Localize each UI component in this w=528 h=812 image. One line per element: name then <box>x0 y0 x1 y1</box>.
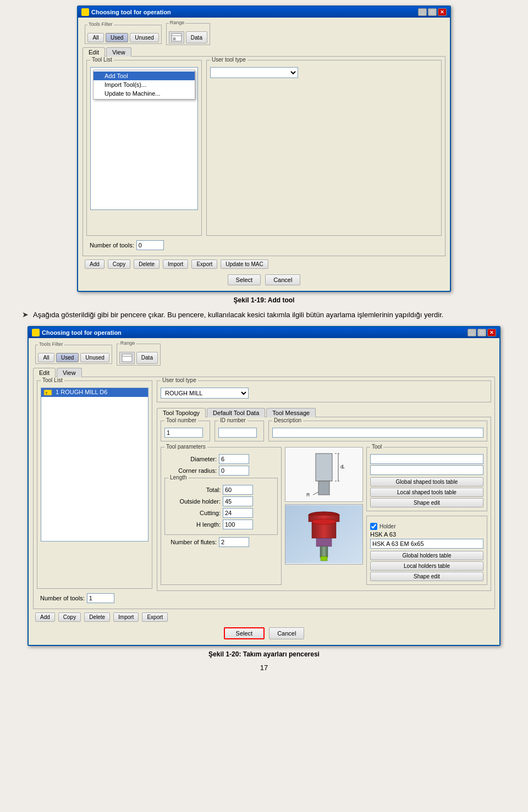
cutting-label: Cutting: <box>168 510 221 516</box>
total-row: Total: <box>168 485 274 495</box>
d2-num-tools-input[interactable] <box>87 593 114 603</box>
dialog2-controls: _ □ ✕ <box>468 329 496 336</box>
caption2: Şekil 1-20: Takım ayarları penceresi <box>11 650 517 658</box>
d2-btn-copy[interactable]: Copy <box>58 612 81 622</box>
tool-input-2[interactable] <box>370 465 483 475</box>
page-number: 17 <box>11 664 517 672</box>
tool-section-legend: Tool <box>370 444 383 450</box>
d2-tab-view[interactable]: View <box>57 368 82 377</box>
dialog2-titlebar: Choosing tool for operation _ □ ✕ <box>29 327 499 338</box>
btn-all[interactable]: All <box>87 33 104 42</box>
tool-listbox[interactable]: Add Tool Import Tool(s)... Update to Mac… <box>90 67 198 210</box>
user-tool-type-select[interactable] <box>210 67 298 78</box>
num-tools-input[interactable]: 0 <box>136 240 164 250</box>
btn-shape-edit-2[interactable]: Shape edit <box>370 572 483 581</box>
dialog1-restore[interactable]: □ <box>428 8 437 16</box>
dialog1-title: Choosing tool for operation <box>91 9 171 15</box>
dialog2-minimize[interactable]: _ <box>468 329 476 336</box>
d2-btn-select[interactable]: Select <box>224 627 265 639</box>
d2-btn-cancel[interactable]: Cancel <box>269 627 304 639</box>
tool-params-legend: Tool parameters <box>164 444 207 450</box>
d2-btn-export[interactable]: Export <box>142 612 168 622</box>
svg-rect-7 <box>316 454 332 481</box>
d2-tool-item[interactable]: T 1 ROUGH MILL D6 <box>41 388 148 397</box>
dialog1-content-row: Tool List Add Tool Import Tool(s)... Upd… <box>86 60 442 238</box>
holder-fieldset: Holder HSK A 63 Global holders table Loc… <box>366 516 487 585</box>
btn-local-shaped[interactable]: Local shaped tools table <box>370 488 483 497</box>
d2-tab-edit[interactable]: Edit <box>33 368 56 377</box>
id-number-input[interactable] <box>218 428 257 438</box>
outside-input[interactable] <box>223 496 253 506</box>
ctx-add-tool[interactable]: Add Tool <box>94 71 195 80</box>
corner-radius-input[interactable] <box>219 466 249 476</box>
btn-copy[interactable]: Copy <box>108 259 130 269</box>
svg-text:L: L <box>342 464 345 469</box>
d2-tab-message[interactable]: Tool Message <box>266 408 316 417</box>
d2-topology-content: Tool number ID number Desc <box>157 417 491 591</box>
btn-import[interactable]: Import <box>163 259 188 269</box>
d2-btn-import[interactable]: Import <box>113 612 139 622</box>
diameter-input[interactable] <box>219 454 249 464</box>
tools-filter-label: Tools Filter <box>87 21 114 27</box>
tab-edit[interactable]: Edit <box>82 47 105 57</box>
svg-line-13 <box>313 492 318 495</box>
description-input[interactable] <box>272 428 483 438</box>
btn-export[interactable]: Export <box>191 259 217 269</box>
range-icon-btn[interactable]: ⊞ <box>169 31 184 43</box>
dialog1-footer: Add Copy Delete Import Export Update to … <box>81 256 447 272</box>
holder-checkbox[interactable] <box>370 523 377 530</box>
length-legend: Length <box>168 474 189 480</box>
d2-btn-all[interactable]: All <box>38 353 54 362</box>
dialog2-restore[interactable]: □ <box>477 329 486 336</box>
d2-tool-listbox[interactable]: T 1 ROUGH MILL D6 <box>41 388 148 542</box>
btn-shape-edit-1[interactable]: Shape edit <box>370 498 483 507</box>
h-length-row: H length: <box>168 520 274 529</box>
tool-params-fieldset: Tool parameters Diameter: Corner radius: <box>161 447 282 585</box>
dialog2-footer: Add Copy Delete Import Export <box>32 609 496 625</box>
tool-input-1[interactable] <box>370 454 483 464</box>
dialog1-minimize[interactable]: _ <box>418 8 427 16</box>
btn-local-holders[interactable]: Local holders table <box>370 561 483 571</box>
flutes-row: Number of flutes: <box>164 537 278 547</box>
dialog2-close[interactable]: ✕ <box>487 329 496 336</box>
d2-content-row: Tool List T 1 ROUGH MILL D6 <box>37 380 491 591</box>
dialog1-tabs: Edit View <box>82 47 446 57</box>
btn-select-1[interactable]: Select <box>228 274 261 285</box>
svg-text:R: R <box>306 492 310 498</box>
dialog1-close[interactable]: ✕ <box>438 8 447 16</box>
ctx-import[interactable]: Import Tool(s)... <box>94 80 195 89</box>
d2-btn-data[interactable]: Data <box>136 352 158 364</box>
btn-delete[interactable]: Delete <box>134 259 160 269</box>
holder-legend: Holder <box>380 523 395 529</box>
d2-filter-btns: All Used Unused <box>38 353 109 362</box>
btn-add[interactable]: Add <box>85 259 105 269</box>
dialog1-titlebar: Choosing tool for operation _ □ ✕ <box>78 7 450 18</box>
ctx-update[interactable]: Update to Machine... <box>94 89 195 98</box>
d2-user-tool-select[interactable]: ROUGH MILL <box>161 388 249 399</box>
btn-global-shaped[interactable]: Global shaped tools table <box>370 477 483 487</box>
btn-global-holders[interactable]: Global holders table <box>370 551 483 560</box>
d2-range-icon-btn[interactable] <box>119 352 135 364</box>
btn-update-mac[interactable]: Update to MAC <box>221 259 268 269</box>
btn-cancel-1[interactable]: Cancel <box>265 274 300 285</box>
d2-tab-default[interactable]: Default Tool Data <box>207 408 265 417</box>
tab-view[interactable]: View <box>106 47 131 57</box>
holder-detail-input[interactable] <box>370 539 483 549</box>
flutes-input[interactable] <box>219 537 249 547</box>
dialog1-toolbar: Tools Filter All Used Unused Range <box>81 21 447 47</box>
btn-data[interactable]: Data <box>186 31 207 43</box>
d2-btn-unused[interactable]: Unused <box>80 353 109 362</box>
d2-tab-topology[interactable]: Tool Topology <box>157 408 206 417</box>
btn-unused[interactable]: Unused <box>130 33 158 42</box>
user-tool-type-legend: User tool type <box>210 57 248 63</box>
d2-btn-add[interactable]: Add <box>35 612 55 622</box>
btn-used[interactable]: Used <box>106 33 128 42</box>
d2-btn-delete[interactable]: Delete <box>84 612 110 622</box>
range-buttons: ⊞ Data <box>169 31 207 43</box>
total-input[interactable] <box>223 485 253 495</box>
cutting-input[interactable] <box>223 508 253 518</box>
tool-number-input[interactable] <box>164 428 203 438</box>
h-length-input[interactable] <box>223 520 253 529</box>
d2-btn-used[interactable]: Used <box>56 353 79 362</box>
svg-rect-8 <box>318 481 329 495</box>
